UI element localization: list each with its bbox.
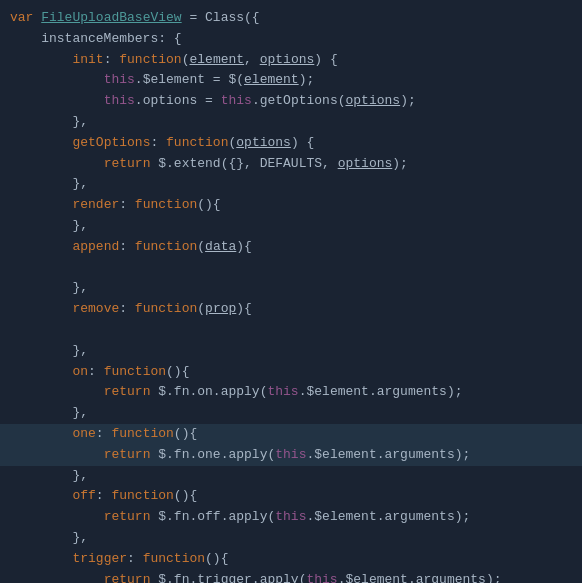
code-line-20: }, [0,403,582,424]
code-line-13 [0,258,582,279]
code-line-12: append: function(data){ [0,237,582,258]
code-editor: var FileUploadBaseView = Class({ instanc… [0,0,582,583]
code-line-22: return $.fn.one.apply(this.$element.argu… [0,445,582,466]
code-line-24: off: function(){ [0,486,582,507]
code-line-3: init: function(element, options) { [0,50,582,71]
code-line-26: }, [0,528,582,549]
code-line-7: getOptions: function(options) { [0,133,582,154]
code-line-4: this.$element = $(element); [0,70,582,91]
code-line-28: return $.fn.trigger.apply(this.$element.… [0,570,582,583]
code-line-10: render: function(){ [0,195,582,216]
code-line-2: instanceMembers: { [0,29,582,50]
code-line-6: }, [0,112,582,133]
code-line-23: }, [0,466,582,487]
code-line-1: var FileUploadBaseView = Class({ [0,8,582,29]
code-line-15: remove: function(prop){ [0,299,582,320]
code-line-17: }, [0,341,582,362]
code-line-27: trigger: function(){ [0,549,582,570]
code-line-5: this.options = this.getOptions(options); [0,91,582,112]
code-line-21: one: function(){ [0,424,582,445]
code-line-11: }, [0,216,582,237]
code-line-25: return $.fn.off.apply(this.$element.argu… [0,507,582,528]
code-line-19: return $.fn.on.apply(this.$element.argum… [0,382,582,403]
code-line-9: }, [0,174,582,195]
code-line-8: return $.extend({}, DEFAULTS, options); [0,154,582,175]
code-line-18: on: function(){ [0,362,582,383]
code-line-16 [0,320,582,341]
code-line-14: }, [0,278,582,299]
